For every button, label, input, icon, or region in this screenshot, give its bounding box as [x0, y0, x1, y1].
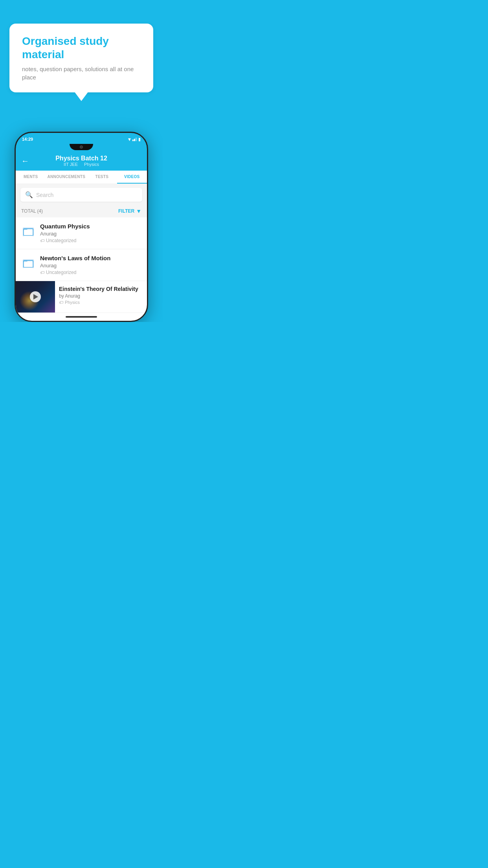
breadcrumb: IIT JEE Physics — [55, 162, 107, 167]
item-author: Anurag — [40, 263, 141, 268]
search-icon: 🔍 — [25, 191, 33, 199]
hero-section: Organised study material notes, question… — [0, 0, 163, 108]
status-bar: 14:29 ▮ — [16, 133, 147, 144]
tab-videos[interactable]: VIDEOS — [117, 171, 147, 184]
video-thumbnail — [16, 281, 55, 313]
bubble-subtitle: notes, question papers, solutions all at… — [22, 65, 141, 81]
item-tag: 🏷 Uncategorized — [40, 238, 141, 243]
filter-row: TOTAL (4) FILTER ▼ — [16, 206, 147, 217]
item-author: by Anurag — [59, 293, 143, 299]
item-info-quantum: Quantum Physics Anurag 🏷 Uncategorized — [40, 223, 141, 243]
list-item[interactable]: Einstein's Theory Of Relativity by Anura… — [16, 281, 147, 313]
item-title: Newton's Laws of Motion — [40, 255, 141, 261]
folder-icon — [21, 256, 35, 271]
phone-mockup: 14:29 ▮ ← Physics Batch 12 — [15, 132, 148, 322]
camera-notch — [80, 145, 83, 149]
item-title: Einstein's Theory Of Relativity — [59, 286, 143, 292]
filter-button[interactable]: FILTER ▼ — [118, 208, 141, 214]
filter-icon: ▼ — [136, 208, 141, 214]
signal-icon — [132, 138, 137, 141]
breadcrumb-physics: Physics — [84, 162, 99, 167]
tab-tests[interactable]: TESTS — [87, 171, 117, 184]
tag-label: Uncategorized — [46, 238, 76, 243]
tab-announcements[interactable]: ANNOUNCEMENTS — [46, 171, 87, 184]
list-item[interactable]: Quantum Physics Anurag 🏷 Uncategorized — [16, 217, 147, 249]
tag-label: Physics — [65, 300, 80, 305]
status-icons: ▮ — [128, 136, 141, 143]
search-bar[interactable]: 🔍 Search — [20, 188, 142, 202]
battery-icon: ▮ — [138, 137, 141, 142]
wifi-icon — [128, 136, 131, 143]
tag-label: Uncategorized — [46, 270, 76, 275]
notch — [70, 144, 93, 150]
header-title: Physics Batch 12 — [55, 155, 107, 162]
folder-icon — [21, 224, 35, 239]
total-count: TOTAL (4) — [21, 208, 43, 214]
filter-label: FILTER — [118, 208, 134, 214]
bottom-bar — [16, 313, 147, 321]
item-info-newton: Newton's Laws of Motion Anurag 🏷 Uncateg… — [40, 255, 141, 275]
tab-bar: MENTS ANNOUNCEMENTS TESTS VIDEOS — [16, 171, 147, 184]
search-placeholder: Search — [36, 192, 53, 198]
item-title: Quantum Physics — [40, 223, 141, 230]
item-tag: 🏷 Uncategorized — [40, 270, 141, 275]
phone-wrapper: 14:29 ▮ ← Physics Batch 12 — [15, 132, 148, 322]
speech-bubble: Organised study material notes, question… — [9, 24, 153, 92]
item-author: Anurag — [40, 231, 141, 237]
header-title-block: Physics Batch 12 IIT JEE Physics — [55, 155, 107, 167]
breadcrumb-iitjee: IIT JEE — [64, 162, 78, 167]
home-indicator — [66, 316, 97, 318]
app-header: ← Physics Batch 12 IIT JEE Physics — [16, 151, 147, 171]
notch-area — [16, 144, 147, 151]
list-item[interactable]: Newton's Laws of Motion Anurag 🏷 Uncateg… — [16, 249, 147, 281]
item-info-einstein: Einstein's Theory Of Relativity by Anura… — [55, 281, 147, 309]
video-list: Quantum Physics Anurag 🏷 Uncategorized — [16, 217, 147, 313]
tag-icon: 🏷 — [59, 300, 63, 305]
play-button[interactable] — [30, 291, 41, 302]
play-triangle-icon — [33, 294, 38, 300]
status-time: 14:29 — [22, 137, 33, 142]
tab-ments[interactable]: MENTS — [16, 171, 46, 184]
bubble-title: Organised study material — [22, 35, 141, 61]
item-tag: 🏷 Physics — [59, 300, 143, 305]
tag-icon: 🏷 — [40, 270, 44, 275]
back-button[interactable]: ← — [21, 156, 29, 166]
search-bar-wrap: 🔍 Search — [16, 184, 147, 206]
tag-icon: 🏷 — [40, 238, 44, 243]
